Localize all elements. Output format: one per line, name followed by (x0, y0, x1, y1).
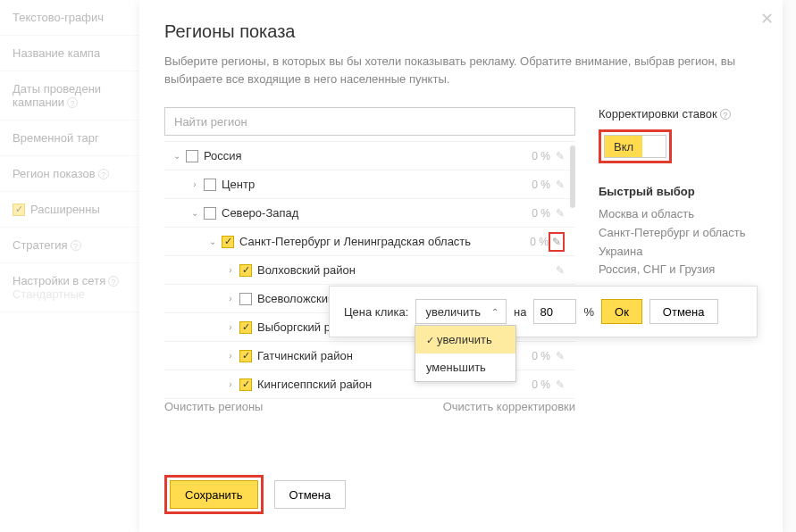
help-icon: ? (720, 109, 731, 120)
highlight-box: Сохранить (164, 475, 264, 514)
chevron-down-icon[interactable]: ⌄ (189, 208, 200, 218)
percent-value: 0 % (532, 378, 550, 391)
tree-node[interactable]: ›Волховский район✎ (164, 256, 575, 285)
bid-popup: Цена клика: увеличить ⌃ на % Ок Отмена (329, 286, 758, 337)
scrollbar[interactable] (570, 145, 575, 208)
edit-icon[interactable]: ✎ (556, 264, 565, 277)
edit-icon[interactable]: ✎ (549, 232, 565, 252)
quick-select-item[interactable]: Украина (599, 243, 758, 262)
checkbox[interactable] (239, 378, 252, 391)
chevron-down-icon[interactable]: ⌄ (207, 237, 218, 246)
tree-node[interactable]: ⌄Санкт-Петербург и Ленинградская область… (164, 228, 575, 256)
percent-value: 0 % (532, 350, 550, 362)
node-label: Санкт-Петербург и Ленинградская область (239, 235, 471, 248)
edit-icon[interactable]: ✎ (556, 350, 565, 362)
quick-select-item[interactable]: Санкт-Петербург и область (599, 224, 758, 243)
checkbox[interactable] (239, 293, 252, 305)
dropdown-option[interactable]: уменьшить (415, 353, 515, 381)
quick-select-item[interactable]: Москва и область (599, 205, 758, 224)
edit-icon[interactable]: ✎ (556, 150, 565, 162)
quick-select-item[interactable]: Россия, СНГ и Грузия (599, 261, 758, 279)
chevron-right-icon[interactable]: › (225, 294, 236, 303)
edit-icon[interactable]: ✎ (556, 207, 565, 220)
checkbox[interactable] (186, 150, 198, 162)
node-label: Россия (204, 149, 242, 162)
node-label: Гатчинский район (257, 349, 353, 362)
node-label: Кингисеппский район (257, 378, 372, 391)
quick-select-list: Москва и областьСанкт-Петербург и област… (599, 205, 758, 279)
search-input[interactable] (164, 107, 575, 136)
regions-modal: ✕ Регионы показа Выберите регионы, в кот… (139, 0, 783, 532)
ok-button[interactable]: Ок (601, 299, 642, 324)
checkbox[interactable] (204, 179, 216, 191)
percent-value: 0 % (532, 207, 550, 220)
chevron-right-icon[interactable]: › (225, 379, 236, 389)
percent-input[interactable] (533, 299, 576, 324)
close-icon[interactable]: ✕ (760, 9, 774, 29)
toggle-on-label: Вкл (605, 136, 642, 157)
chevron-right-icon[interactable]: › (189, 179, 200, 189)
percent-value: 0 % (530, 236, 549, 248)
checkbox[interactable] (204, 207, 216, 220)
highlight-box: Вкл (599, 129, 672, 163)
chevron-right-icon[interactable]: › (225, 322, 236, 332)
popup-label: Цена клика: (344, 305, 408, 319)
node-label: Северо-Запад (222, 206, 298, 220)
save-button[interactable]: Сохранить (170, 480, 258, 509)
tree-node[interactable]: ⌄Северо-Запад0 %✎ (164, 199, 575, 228)
checkbox[interactable] (222, 236, 234, 248)
direction-dropdown: увеличить уменьшить (415, 325, 516, 382)
node-label: Центр (222, 178, 255, 191)
chevron-right-icon[interactable]: › (225, 265, 236, 275)
percent-value: 0 % (532, 150, 550, 162)
adjustments-toggle[interactable]: Вкл (604, 135, 666, 158)
edit-icon[interactable]: ✎ (556, 179, 565, 191)
cancel-button[interactable]: Отмена (274, 480, 347, 509)
percent-label: % (583, 305, 594, 319)
clear-adjustments-link[interactable]: Очистить корректировки (443, 400, 575, 413)
toggle-off-side (642, 136, 666, 157)
direction-select[interactable]: увеличить ⌃ (415, 299, 507, 324)
modal-description: Выберите регионы, в которых вы бы хотели… (164, 53, 758, 87)
adjustments-title: Корректировки ставок? (599, 107, 758, 121)
tree-node[interactable]: ⌄Россия0 %✎ (164, 142, 575, 170)
modal-title: Регионы показа (164, 21, 758, 42)
checkbox[interactable] (239, 350, 252, 362)
node-label: Волховский район (257, 263, 356, 277)
chevron-up-icon: ⌃ (491, 307, 499, 317)
tree-node[interactable]: ›Центр0 %✎ (164, 170, 575, 199)
cancel-button[interactable]: Отмена (649, 299, 718, 324)
na-label: на (514, 305, 526, 319)
checkbox[interactable] (239, 321, 252, 334)
dropdown-option[interactable]: увеличить (415, 326, 515, 353)
checkbox[interactable] (239, 264, 252, 277)
clear-regions-link[interactable]: Очистить регионы (164, 400, 263, 413)
quick-select-title: Быстрый выбор (599, 185, 758, 198)
chevron-right-icon[interactable]: › (225, 351, 236, 361)
percent-value: 0 % (532, 179, 550, 191)
edit-icon[interactable]: ✎ (556, 378, 565, 391)
chevron-down-icon[interactable]: ⌄ (172, 151, 182, 161)
